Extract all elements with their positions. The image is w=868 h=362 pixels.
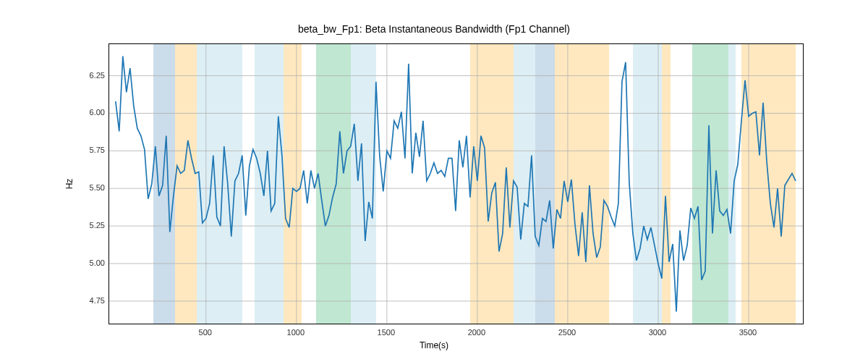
- x-tick: 2000: [468, 328, 485, 337]
- y-tick: 5.00: [90, 258, 105, 267]
- x-tick: 3500: [739, 328, 757, 337]
- x-tick: 2500: [558, 328, 576, 337]
- y-tick: 5.50: [90, 183, 105, 192]
- chart-title: beta_bw_Fp1: Beta Instantaneous Bandwidt…: [0, 23, 868, 35]
- x-tick: 3000: [649, 328, 666, 337]
- y-axis-label: Hz: [64, 179, 75, 190]
- x-axis-label: Time(s): [0, 340, 868, 350]
- y-tick: 5.75: [90, 146, 105, 154]
- x-tick: 500: [199, 328, 212, 337]
- y-tick: 6.00: [90, 108, 105, 117]
- y-tick: 5.25: [90, 221, 105, 230]
- x-tick: 1500: [378, 328, 395, 337]
- data-line: [109, 44, 803, 324]
- plot-area: [109, 43, 804, 324]
- y-tick: 4.75: [90, 296, 105, 305]
- x-tick: 1000: [287, 328, 305, 337]
- y-tick: 6.25: [90, 71, 105, 80]
